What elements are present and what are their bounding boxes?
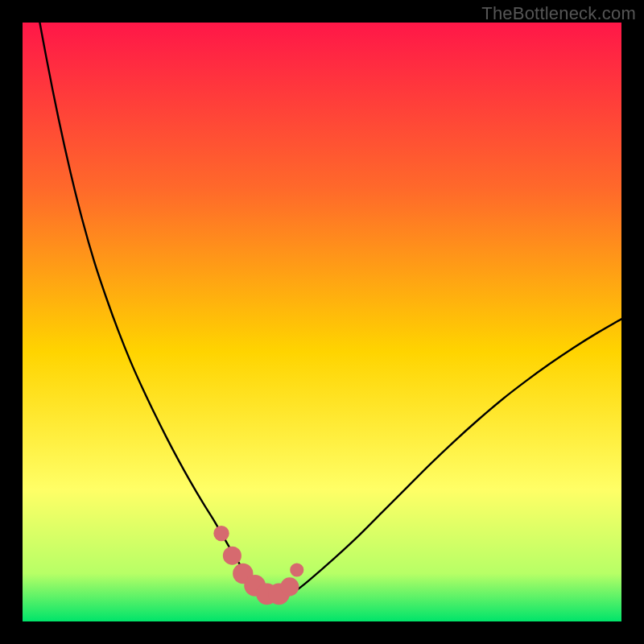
plot-area [23, 23, 621, 621]
marker-dot [290, 563, 303, 576]
marker-dot [213, 526, 229, 541]
marker-dot [223, 547, 242, 565]
chart-frame: TheBottleneck.com [0, 0, 644, 644]
gradient-background [23, 23, 621, 621]
chart-svg [23, 23, 621, 621]
watermark-text: TheBottleneck.com [481, 3, 636, 24]
marker-dot [280, 577, 299, 596]
